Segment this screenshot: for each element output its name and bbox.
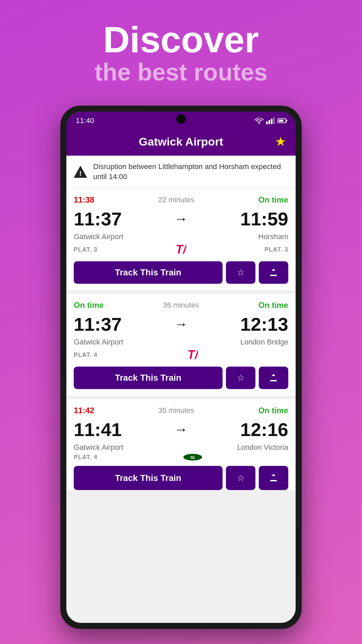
operator-logo: T/	[187, 348, 198, 362]
favorite-star-icon[interactable]: ★	[275, 134, 286, 149]
se-logo: SE	[183, 453, 203, 461]
arrive-plat: PLAT. 3	[264, 246, 288, 253]
arrive-time: 11:59	[240, 208, 288, 230]
depart-time: 11:37	[74, 313, 122, 335]
train-header-row: 11:42 35 minutes On time	[74, 406, 288, 415]
arrive-status: On time	[258, 301, 288, 310]
train-header-row: On time 36 minutes On time	[74, 301, 288, 310]
share-button[interactable]	[259, 367, 288, 389]
tl-logo: T/	[176, 243, 186, 257]
train-stations-row: Gatwick Airport London Bridge	[74, 338, 288, 346]
hero-title: Discover	[95, 20, 267, 59]
alert-icon: !	[73, 164, 88, 179]
header-title: Gatwick Airport	[139, 135, 223, 148]
train-stations-row: Gatwick Airport Horsham	[74, 232, 288, 241]
share-icon	[269, 268, 278, 277]
trains-list: 11:38 22 minutes On time 11:37 → 11:59 G…	[66, 189, 296, 623]
duration: 36 minutes	[163, 301, 199, 310]
arrive-time: 12:16	[240, 419, 288, 440]
hero-subtitle: the best routes	[95, 59, 267, 86]
signal-icon	[266, 117, 275, 124]
train-stations-row: Gatwick Airport London Victoria	[74, 443, 288, 452]
wifi-icon	[255, 117, 263, 124]
depart-station: Gatwick Airport	[74, 232, 123, 241]
train-plat-row: PLAT. 3 T/ PLAT. 3	[74, 243, 288, 257]
duration: 22 minutes	[158, 196, 194, 204]
share-button[interactable]	[259, 466, 288, 490]
depart-status: On time	[74, 301, 104, 310]
depart-time: 11:41	[74, 419, 122, 440]
arrive-status: On time	[258, 406, 288, 415]
train-card: 11:38 22 minutes On time 11:37 → 11:59 G…	[66, 189, 296, 290]
train-times-row: 11:41 → 12:16	[74, 419, 288, 440]
camera-notch	[176, 114, 186, 124]
depart-plat: PLAT. 4	[74, 352, 98, 359]
train-actions-row-partial: Track This Train ☆	[74, 466, 288, 490]
depart-station: Gatwick Airport	[74, 338, 123, 346]
app-header: Gatwick Airport ★	[66, 129, 296, 156]
train-plat-row: PLAT. 4 SE	[74, 453, 288, 461]
train-card: 11:42 35 minutes On time 11:41 → 12:16 G…	[66, 399, 296, 490]
share-icon	[269, 473, 278, 483]
depart-plat: PLAT. 4	[74, 454, 98, 461]
train-actions-row: Track This Train ☆	[74, 261, 288, 284]
arrive-time: 12:13	[240, 313, 288, 335]
svg-text:!: !	[79, 169, 81, 178]
arrive-station: London Bridge	[240, 338, 288, 346]
tl-logo: T/	[187, 348, 198, 362]
alert-banner: ! Disruption between Littlehampton and H…	[66, 156, 296, 189]
status-time: 11:40	[76, 116, 94, 125]
depart-status: 11:38	[74, 195, 94, 205]
arrive-status: On time	[258, 195, 288, 205]
train-times-row: 11:37 → 11:59	[74, 208, 288, 230]
train-plat-row: PLAT. 4 T/	[74, 348, 288, 362]
track-train-button[interactable]: Track This Train	[74, 466, 223, 490]
svg-text:SE: SE	[190, 455, 195, 460]
train-actions-row: Track This Train ☆	[74, 367, 288, 389]
train-header-row: 11:38 22 minutes On time	[74, 195, 288, 205]
share-button[interactable]	[259, 261, 288, 284]
phone-screen: 11:40	[66, 112, 296, 623]
depart-time: 11:37	[74, 208, 122, 230]
arrow-icon: →	[174, 211, 188, 226]
operator-logo: T/	[176, 243, 186, 257]
phone-frame: 11:40	[60, 106, 302, 629]
status-icons	[255, 117, 286, 124]
arrive-station: London Victoria	[237, 443, 289, 452]
arrow-icon: →	[174, 317, 188, 332]
favorite-button[interactable]: ☆	[226, 261, 255, 284]
operator-logo: SE	[183, 453, 203, 461]
depart-plat: PLAT. 3	[74, 246, 98, 253]
favorite-button[interactable]: ☆	[226, 367, 255, 389]
train-card: On time 36 minutes On time 11:37 → 12:13…	[66, 294, 296, 396]
alert-text: Disruption between Littlehampton and Hor…	[93, 162, 289, 182]
hero-section: Discover the best routes	[95, 20, 267, 86]
battery-icon	[278, 118, 286, 123]
depart-station: Gatwick Airport	[74, 443, 123, 452]
arrive-station: Horsham	[258, 232, 288, 241]
favorite-button[interactable]: ☆	[226, 466, 255, 490]
arrow-icon: →	[174, 422, 188, 437]
track-train-button[interactable]: Track This Train	[74, 367, 223, 389]
track-train-button[interactable]: Track This Train	[74, 261, 223, 284]
share-icon	[269, 373, 278, 383]
duration: 35 minutes	[158, 406, 194, 415]
train-times-row: 11:37 → 12:13	[74, 313, 288, 335]
depart-status: 11:42	[74, 406, 94, 415]
